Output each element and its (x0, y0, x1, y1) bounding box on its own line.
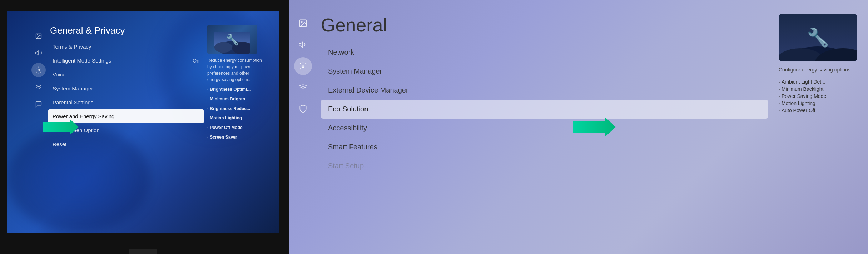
right-sidebar-icon-general[interactable] (294, 57, 312, 75)
right-thumbnail-icon: 🔧 (807, 27, 829, 48)
sidebar-icon-audio[interactable] (31, 46, 46, 60)
right-menu-main: General Network System Manager External … (317, 7, 775, 247)
left-menu-title: General & Privacy (48, 25, 204, 36)
right-sidebar-icon-connection[interactable] (294, 79, 312, 96)
right-menu-item-start-setup: Start Setup (321, 156, 768, 175)
left-info-list-item-7: .... (207, 144, 264, 150)
left-info-thumbnail: 🔧 (207, 25, 257, 54)
left-arrow (43, 119, 79, 135)
left-info-list-item-6: · Screen Saver (207, 134, 264, 140)
sidebar-icon-connection[interactable] (31, 80, 46, 94)
right-info-panel: 🔧 Configure energy saving options. · Amb… (775, 7, 868, 247)
right-info-list-item-4: · Motion Lighting (779, 100, 861, 106)
right-menu-item-system-manager[interactable]: System Manager (321, 62, 768, 81)
right-menu-list: Network System Manager External Device M… (321, 43, 768, 175)
left-info-list-item-2: · Minimum Brightn... (207, 96, 264, 102)
right-info-thumbnail: 🔧 (779, 14, 857, 61)
right-menu-title: General (321, 14, 768, 36)
right-info-list-item-5: · Auto Power Off (779, 108, 861, 113)
right-sidebar-icon-privacy[interactable] (294, 100, 312, 118)
right-info-list: · Ambient Light Det... · Minimum Backlig… (779, 79, 861, 113)
left-info-list-item-3: · Brightness Reduc... (207, 106, 264, 112)
right-menu-item-external-device[interactable]: External Device Manager (321, 81, 768, 100)
menu-item-voice[interactable]: Voice (48, 68, 204, 81)
arrow-shape-right (573, 117, 616, 137)
menu-item-parental[interactable]: Parental Settings (48, 95, 204, 109)
sidebar-icon-general[interactable] (31, 63, 46, 77)
svg-marker-11 (299, 42, 303, 47)
menu-item-intelligent[interactable]: Intelligent Mode Settings On (48, 54, 204, 68)
left-info-list-item-4: · Motion Lighting (207, 115, 264, 121)
svg-point-3 (38, 69, 39, 71)
thumbnail-icon: 🔧 (226, 33, 239, 46)
svg-point-10 (301, 21, 302, 23)
right-info-description: Configure energy saving options. (779, 66, 861, 74)
right-info-list-item-1: · Ambient Light Det... (779, 79, 861, 85)
menu-item-system-manager[interactable]: System Manager (48, 81, 204, 95)
menu-item-terms[interactable]: Terms & Privacy (48, 40, 204, 54)
right-tv-panel: General Network System Manager External … (289, 0, 868, 254)
left-tv-panel: General & Privacy Terms & Privacy Intell… (0, 0, 286, 254)
right-sidebar-icons (289, 7, 317, 247)
right-info-list-item-2: · Minimum Backlight (779, 86, 861, 92)
left-info-panel: 🔧 Reduce energy consumption by changing … (207, 25, 264, 222)
right-arrow (573, 117, 616, 137)
menu-item-reset[interactable]: Reset (48, 137, 204, 151)
arrow-shape-left (43, 119, 79, 135)
sidebar-icon-support[interactable] (31, 97, 46, 111)
svg-point-12 (302, 65, 304, 68)
right-sidebar-icon-audio[interactable] (294, 36, 312, 54)
right-menu-item-accessibility[interactable]: Accessibility (321, 119, 768, 138)
right-info-list-item-3: · Power Saving Mode (779, 93, 861, 99)
sidebar-icon-image[interactable] (31, 29, 46, 43)
right-menu-item-eco-solution[interactable]: Eco Solution (321, 100, 768, 119)
panel-divider (286, 0, 289, 254)
right-menu-item-network[interactable]: Network (321, 43, 768, 62)
left-info-list-item-1: · Brightness Optimi... (207, 86, 264, 93)
svg-point-1 (37, 34, 38, 35)
right-menu-item-smart-features[interactable]: Smart Features (321, 138, 768, 156)
left-info-description: Reduce energy consumption by changing yo… (207, 57, 264, 83)
left-info-list-item-5: · Power Off Mode (207, 125, 264, 131)
svg-marker-2 (35, 51, 38, 55)
right-sidebar-icon-image[interactable] (294, 14, 312, 32)
tv-stand (129, 249, 157, 254)
